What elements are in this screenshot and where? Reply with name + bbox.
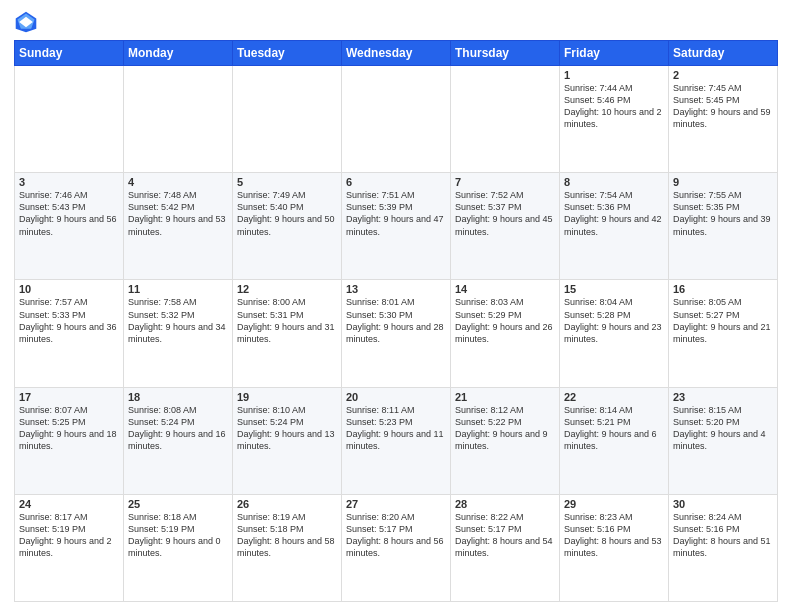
day-info: Sunrise: 8:20 AM Sunset: 5:17 PM Dayligh… <box>346 511 446 560</box>
day-info: Sunrise: 8:01 AM Sunset: 5:30 PM Dayligh… <box>346 296 446 345</box>
day-cell: 30Sunrise: 8:24 AM Sunset: 5:16 PM Dayli… <box>669 494 778 601</box>
day-cell: 2Sunrise: 7:45 AM Sunset: 5:45 PM Daylig… <box>669 66 778 173</box>
day-number: 19 <box>237 391 337 403</box>
header-row: SundayMondayTuesdayWednesdayThursdayFrid… <box>15 41 778 66</box>
day-info: Sunrise: 7:57 AM Sunset: 5:33 PM Dayligh… <box>19 296 119 345</box>
day-number: 16 <box>673 283 773 295</box>
header-cell-wednesday: Wednesday <box>342 41 451 66</box>
logo <box>14 10 42 34</box>
day-cell: 22Sunrise: 8:14 AM Sunset: 5:21 PM Dayli… <box>560 387 669 494</box>
day-number: 26 <box>237 498 337 510</box>
day-cell: 27Sunrise: 8:20 AM Sunset: 5:17 PM Dayli… <box>342 494 451 601</box>
day-info: Sunrise: 7:58 AM Sunset: 5:32 PM Dayligh… <box>128 296 228 345</box>
day-info: Sunrise: 7:45 AM Sunset: 5:45 PM Dayligh… <box>673 82 773 131</box>
day-number: 5 <box>237 176 337 188</box>
day-number: 9 <box>673 176 773 188</box>
day-number: 25 <box>128 498 228 510</box>
day-number: 22 <box>564 391 664 403</box>
day-info: Sunrise: 8:24 AM Sunset: 5:16 PM Dayligh… <box>673 511 773 560</box>
header-cell-tuesday: Tuesday <box>233 41 342 66</box>
logo-icon <box>14 10 38 34</box>
day-number: 7 <box>455 176 555 188</box>
week-row-4: 24Sunrise: 8:17 AM Sunset: 5:19 PM Dayli… <box>15 494 778 601</box>
day-cell: 9Sunrise: 7:55 AM Sunset: 5:35 PM Daylig… <box>669 173 778 280</box>
day-cell <box>342 66 451 173</box>
day-number: 20 <box>346 391 446 403</box>
calendar-body: 1Sunrise: 7:44 AM Sunset: 5:46 PM Daylig… <box>15 66 778 602</box>
day-number: 4 <box>128 176 228 188</box>
day-number: 29 <box>564 498 664 510</box>
day-number: 13 <box>346 283 446 295</box>
week-row-1: 3Sunrise: 7:46 AM Sunset: 5:43 PM Daylig… <box>15 173 778 280</box>
day-cell: 11Sunrise: 7:58 AM Sunset: 5:32 PM Dayli… <box>124 280 233 387</box>
day-number: 24 <box>19 498 119 510</box>
day-info: Sunrise: 8:10 AM Sunset: 5:24 PM Dayligh… <box>237 404 337 453</box>
week-row-3: 17Sunrise: 8:07 AM Sunset: 5:25 PM Dayli… <box>15 387 778 494</box>
day-info: Sunrise: 8:14 AM Sunset: 5:21 PM Dayligh… <box>564 404 664 453</box>
day-number: 8 <box>564 176 664 188</box>
header <box>14 10 778 34</box>
day-number: 14 <box>455 283 555 295</box>
day-cell: 13Sunrise: 8:01 AM Sunset: 5:30 PM Dayli… <box>342 280 451 387</box>
header-cell-friday: Friday <box>560 41 669 66</box>
header-cell-monday: Monday <box>124 41 233 66</box>
day-info: Sunrise: 7:51 AM Sunset: 5:39 PM Dayligh… <box>346 189 446 238</box>
day-info: Sunrise: 8:17 AM Sunset: 5:19 PM Dayligh… <box>19 511 119 560</box>
day-cell: 28Sunrise: 8:22 AM Sunset: 5:17 PM Dayli… <box>451 494 560 601</box>
day-cell <box>124 66 233 173</box>
day-info: Sunrise: 7:44 AM Sunset: 5:46 PM Dayligh… <box>564 82 664 131</box>
day-info: Sunrise: 8:00 AM Sunset: 5:31 PM Dayligh… <box>237 296 337 345</box>
header-cell-sunday: Sunday <box>15 41 124 66</box>
day-number: 2 <box>673 69 773 81</box>
day-info: Sunrise: 7:52 AM Sunset: 5:37 PM Dayligh… <box>455 189 555 238</box>
day-number: 18 <box>128 391 228 403</box>
day-info: Sunrise: 8:07 AM Sunset: 5:25 PM Dayligh… <box>19 404 119 453</box>
day-cell: 29Sunrise: 8:23 AM Sunset: 5:16 PM Dayli… <box>560 494 669 601</box>
day-info: Sunrise: 8:12 AM Sunset: 5:22 PM Dayligh… <box>455 404 555 453</box>
day-cell: 6Sunrise: 7:51 AM Sunset: 5:39 PM Daylig… <box>342 173 451 280</box>
day-cell: 20Sunrise: 8:11 AM Sunset: 5:23 PM Dayli… <box>342 387 451 494</box>
day-cell: 14Sunrise: 8:03 AM Sunset: 5:29 PM Dayli… <box>451 280 560 387</box>
day-cell <box>233 66 342 173</box>
day-cell: 5Sunrise: 7:49 AM Sunset: 5:40 PM Daylig… <box>233 173 342 280</box>
day-number: 15 <box>564 283 664 295</box>
day-cell: 16Sunrise: 8:05 AM Sunset: 5:27 PM Dayli… <box>669 280 778 387</box>
day-cell: 19Sunrise: 8:10 AM Sunset: 5:24 PM Dayli… <box>233 387 342 494</box>
day-cell: 25Sunrise: 8:18 AM Sunset: 5:19 PM Dayli… <box>124 494 233 601</box>
day-info: Sunrise: 8:08 AM Sunset: 5:24 PM Dayligh… <box>128 404 228 453</box>
day-number: 3 <box>19 176 119 188</box>
day-number: 10 <box>19 283 119 295</box>
day-number: 17 <box>19 391 119 403</box>
day-info: Sunrise: 7:48 AM Sunset: 5:42 PM Dayligh… <box>128 189 228 238</box>
week-row-0: 1Sunrise: 7:44 AM Sunset: 5:46 PM Daylig… <box>15 66 778 173</box>
day-number: 27 <box>346 498 446 510</box>
day-number: 21 <box>455 391 555 403</box>
day-cell: 12Sunrise: 8:00 AM Sunset: 5:31 PM Dayli… <box>233 280 342 387</box>
day-cell: 26Sunrise: 8:19 AM Sunset: 5:18 PM Dayli… <box>233 494 342 601</box>
day-cell: 1Sunrise: 7:44 AM Sunset: 5:46 PM Daylig… <box>560 66 669 173</box>
day-cell: 18Sunrise: 8:08 AM Sunset: 5:24 PM Dayli… <box>124 387 233 494</box>
day-number: 28 <box>455 498 555 510</box>
day-info: Sunrise: 8:19 AM Sunset: 5:18 PM Dayligh… <box>237 511 337 560</box>
day-info: Sunrise: 8:18 AM Sunset: 5:19 PM Dayligh… <box>128 511 228 560</box>
day-cell: 15Sunrise: 8:04 AM Sunset: 5:28 PM Dayli… <box>560 280 669 387</box>
day-cell: 17Sunrise: 8:07 AM Sunset: 5:25 PM Dayli… <box>15 387 124 494</box>
day-number: 11 <box>128 283 228 295</box>
day-number: 12 <box>237 283 337 295</box>
header-cell-thursday: Thursday <box>451 41 560 66</box>
day-number: 6 <box>346 176 446 188</box>
day-info: Sunrise: 8:23 AM Sunset: 5:16 PM Dayligh… <box>564 511 664 560</box>
day-cell: 10Sunrise: 7:57 AM Sunset: 5:33 PM Dayli… <box>15 280 124 387</box>
day-cell: 24Sunrise: 8:17 AM Sunset: 5:19 PM Dayli… <box>15 494 124 601</box>
day-info: Sunrise: 7:54 AM Sunset: 5:36 PM Dayligh… <box>564 189 664 238</box>
calendar-table: SundayMondayTuesdayWednesdayThursdayFrid… <box>14 40 778 602</box>
day-cell: 8Sunrise: 7:54 AM Sunset: 5:36 PM Daylig… <box>560 173 669 280</box>
day-cell <box>15 66 124 173</box>
day-number: 30 <box>673 498 773 510</box>
day-info: Sunrise: 8:22 AM Sunset: 5:17 PM Dayligh… <box>455 511 555 560</box>
header-cell-saturday: Saturday <box>669 41 778 66</box>
day-info: Sunrise: 7:55 AM Sunset: 5:35 PM Dayligh… <box>673 189 773 238</box>
day-info: Sunrise: 8:05 AM Sunset: 5:27 PM Dayligh… <box>673 296 773 345</box>
day-number: 23 <box>673 391 773 403</box>
day-cell: 23Sunrise: 8:15 AM Sunset: 5:20 PM Dayli… <box>669 387 778 494</box>
